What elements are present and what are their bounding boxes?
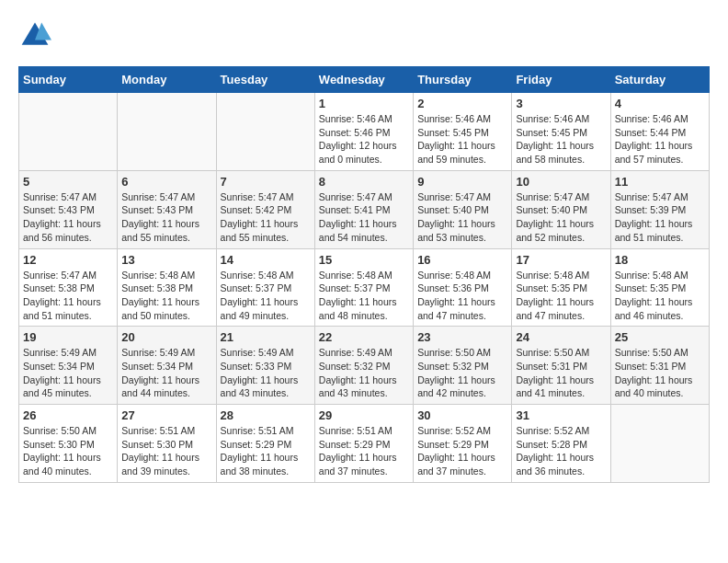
day-number: 9 [417,175,507,189]
day-number: 31 [516,408,606,422]
day-info: Sunrise: 5:50 AMSunset: 5:32 PMDaylight:… [417,346,507,400]
day-number: 28 [221,408,311,422]
calendar-cell[interactable]: 10Sunrise: 5:47 AMSunset: 5:40 PMDayligh… [512,170,610,248]
logo [18,18,55,52]
day-info: Sunrise: 5:48 AMSunset: 5:38 PMDaylight:… [121,269,211,323]
day-number: 2 [417,97,507,110]
day-number: 23 [417,330,507,344]
calendar-cell[interactable]: 14Sunrise: 5:48 AMSunset: 5:37 PMDayligh… [216,248,314,327]
day-info: Sunrise: 5:46 AMSunset: 5:44 PMDaylight:… [615,112,705,167]
calendar-cell[interactable]: 18Sunrise: 5:48 AMSunset: 5:35 PMDayligh… [610,248,709,327]
day-number: 24 [516,330,606,344]
calendar-week-row: 12Sunrise: 5:47 AMSunset: 5:38 PMDayligh… [19,248,710,327]
day-number: 6 [121,175,211,189]
day-number: 30 [417,408,507,422]
weekday-header-saturday: Saturday [610,67,709,93]
day-info: Sunrise: 5:49 AMSunset: 5:32 PMDaylight:… [319,346,409,400]
day-number: 27 [121,408,211,422]
calendar-cell[interactable]: 3Sunrise: 5:46 AMSunset: 5:45 PMDaylight… [512,93,610,171]
calendar-week-row: 19Sunrise: 5:49 AMSunset: 5:34 PMDayligh… [19,327,710,405]
calendar-cell[interactable]: 31Sunrise: 5:52 AMSunset: 5:28 PMDayligh… [512,405,610,483]
day-info: Sunrise: 5:51 AMSunset: 5:29 PMDaylight:… [319,424,409,478]
day-number: 8 [319,175,409,189]
day-info: Sunrise: 5:52 AMSunset: 5:28 PMDaylight:… [516,424,606,478]
day-info: Sunrise: 5:46 AMSunset: 5:46 PMDaylight:… [319,112,409,167]
day-number: 16 [417,253,507,267]
day-number: 4 [615,97,705,110]
day-number: 22 [319,330,409,344]
calendar-cell[interactable]: 26Sunrise: 5:50 AMSunset: 5:30 PMDayligh… [19,405,118,483]
day-info: Sunrise: 5:47 AMSunset: 5:40 PMDaylight:… [516,190,606,245]
day-info: Sunrise: 5:49 AMSunset: 5:34 PMDaylight:… [23,346,113,400]
day-number: 19 [23,330,113,344]
calendar-week-row: 5Sunrise: 5:47 AMSunset: 5:43 PMDaylight… [19,170,710,248]
day-number: 7 [221,175,311,189]
calendar-cell[interactable]: 20Sunrise: 5:49 AMSunset: 5:34 PMDayligh… [118,327,216,405]
day-info: Sunrise: 5:47 AMSunset: 5:43 PMDaylight:… [23,190,113,245]
day-number: 20 [121,330,211,344]
day-info: Sunrise: 5:47 AMSunset: 5:41 PMDaylight:… [319,190,409,245]
calendar-cell[interactable]: 16Sunrise: 5:48 AMSunset: 5:36 PMDayligh… [414,248,512,327]
calendar-cell[interactable]: 4Sunrise: 5:46 AMSunset: 5:44 PMDaylight… [610,93,709,171]
day-number: 5 [23,175,113,189]
calendar-cell[interactable]: 17Sunrise: 5:48 AMSunset: 5:35 PMDayligh… [512,248,610,327]
calendar-cell[interactable]: 12Sunrise: 5:47 AMSunset: 5:38 PMDayligh… [19,248,118,327]
day-number: 1 [319,97,409,110]
calendar-week-row: 1Sunrise: 5:46 AMSunset: 5:46 PMDaylight… [19,93,710,171]
day-info: Sunrise: 5:47 AMSunset: 5:43 PMDaylight:… [121,190,211,245]
calendar-cell[interactable]: 29Sunrise: 5:51 AMSunset: 5:29 PMDayligh… [314,405,413,483]
day-number: 21 [221,330,311,344]
day-number: 12 [23,253,113,267]
day-info: Sunrise: 5:48 AMSunset: 5:37 PMDaylight:… [319,269,409,323]
calendar-cell[interactable]: 7Sunrise: 5:47 AMSunset: 5:42 PMDaylight… [216,170,314,248]
calendar-cell[interactable]: 22Sunrise: 5:49 AMSunset: 5:32 PMDayligh… [314,327,413,405]
calendar-cell[interactable]: 25Sunrise: 5:50 AMSunset: 5:31 PMDayligh… [610,327,709,405]
logo-icon [18,18,51,52]
calendar-cell [19,93,118,171]
day-info: Sunrise: 5:46 AMSunset: 5:45 PMDaylight:… [417,112,507,167]
day-info: Sunrise: 5:46 AMSunset: 5:45 PMDaylight:… [516,112,606,167]
day-info: Sunrise: 5:50 AMSunset: 5:31 PMDaylight:… [615,346,705,400]
calendar-cell[interactable]: 9Sunrise: 5:47 AMSunset: 5:40 PMDaylight… [414,170,512,248]
calendar-table: SundayMondayTuesdayWednesdayThursdayFrid… [18,66,710,483]
day-number: 17 [516,253,606,267]
day-number: 14 [221,253,311,267]
day-info: Sunrise: 5:51 AMSunset: 5:29 PMDaylight:… [221,424,311,478]
calendar-cell[interactable]: 30Sunrise: 5:52 AMSunset: 5:29 PMDayligh… [414,405,512,483]
day-number: 25 [615,330,705,344]
day-info: Sunrise: 5:49 AMSunset: 5:33 PMDaylight:… [221,346,311,400]
calendar-cell [216,93,314,171]
weekday-header-friday: Friday [512,67,610,93]
weekday-header-tuesday: Tuesday [216,67,314,93]
calendar-cell[interactable]: 2Sunrise: 5:46 AMSunset: 5:45 PMDaylight… [414,93,512,171]
day-number: 15 [319,253,409,267]
calendar-cell[interactable]: 6Sunrise: 5:47 AMSunset: 5:43 PMDaylight… [118,170,216,248]
calendar-cell[interactable]: 8Sunrise: 5:47 AMSunset: 5:41 PMDaylight… [314,170,413,248]
calendar-cell[interactable]: 27Sunrise: 5:51 AMSunset: 5:30 PMDayligh… [118,405,216,483]
calendar-cell[interactable]: 19Sunrise: 5:49 AMSunset: 5:34 PMDayligh… [19,327,118,405]
day-number: 29 [319,408,409,422]
day-info: Sunrise: 5:48 AMSunset: 5:35 PMDaylight:… [615,269,705,323]
calendar-week-row: 26Sunrise: 5:50 AMSunset: 5:30 PMDayligh… [19,405,710,483]
day-info: Sunrise: 5:47 AMSunset: 5:42 PMDaylight:… [221,190,311,245]
calendar-cell[interactable]: 13Sunrise: 5:48 AMSunset: 5:38 PMDayligh… [118,248,216,327]
day-info: Sunrise: 5:47 AMSunset: 5:40 PMDaylight:… [417,190,507,245]
day-number: 3 [516,97,606,110]
calendar-cell[interactable]: 15Sunrise: 5:48 AMSunset: 5:37 PMDayligh… [314,248,413,327]
weekday-header-monday: Monday [118,67,216,93]
day-info: Sunrise: 5:50 AMSunset: 5:31 PMDaylight:… [516,346,606,400]
day-info: Sunrise: 5:49 AMSunset: 5:34 PMDaylight:… [121,346,211,400]
calendar-cell[interactable]: 24Sunrise: 5:50 AMSunset: 5:31 PMDayligh… [512,327,610,405]
calendar-cell[interactable]: 28Sunrise: 5:51 AMSunset: 5:29 PMDayligh… [216,405,314,483]
weekday-header-sunday: Sunday [19,67,118,93]
day-info: Sunrise: 5:52 AMSunset: 5:29 PMDaylight:… [417,424,507,478]
calendar-cell[interactable]: 1Sunrise: 5:46 AMSunset: 5:46 PMDaylight… [314,93,413,171]
calendar-cell[interactable]: 5Sunrise: 5:47 AMSunset: 5:43 PMDaylight… [19,170,118,248]
calendar-cell[interactable]: 21Sunrise: 5:49 AMSunset: 5:33 PMDayligh… [216,327,314,405]
day-info: Sunrise: 5:47 AMSunset: 5:39 PMDaylight:… [615,190,705,245]
day-number: 13 [121,253,211,267]
calendar-cell[interactable]: 23Sunrise: 5:50 AMSunset: 5:32 PMDayligh… [414,327,512,405]
calendar-cell[interactable]: 11Sunrise: 5:47 AMSunset: 5:39 PMDayligh… [610,170,709,248]
calendar-cell [118,93,216,171]
day-info: Sunrise: 5:48 AMSunset: 5:36 PMDaylight:… [417,269,507,323]
